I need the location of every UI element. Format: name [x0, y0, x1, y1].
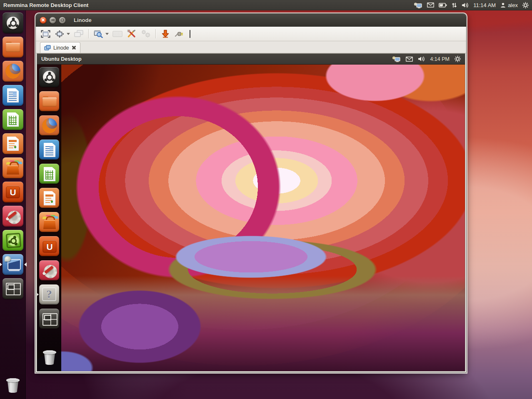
window-minimize-button[interactable] [49, 17, 56, 24]
host-launcher-item-remmina[interactable] [2, 254, 23, 275]
fullscreen-dropdown-icon[interactable] [67, 33, 70, 37]
ubuntu-software-center-icon [39, 212, 59, 232]
messages-menu[interactable] [406, 57, 413, 62]
remote-launcher-item-system-settings[interactable] [39, 260, 59, 280]
remote-desktop-indicator[interactable] [414, 2, 422, 8]
host-launcher-item-ubuntu-software-updater[interactable] [2, 230, 23, 251]
session-menu[interactable] [522, 2, 529, 8]
remote-launcher-item-ubuntu-one[interactable] [39, 236, 59, 256]
toolbar-separator [88, 29, 89, 38]
trash-icon [2, 375, 23, 396]
remote-launcher-item-help[interactable] [39, 284, 59, 304]
user-icon [500, 2, 506, 8]
remote-top-panel: Ubuntu Desktop [37, 54, 465, 65]
window-close-button[interactable] [40, 17, 47, 24]
host-launcher-item-trash[interactable] [2, 375, 23, 396]
username-label: alex [508, 2, 518, 8]
battery-menu[interactable] [439, 3, 447, 7]
ubuntu-software-center-icon [2, 157, 23, 178]
minimize-connection-icon [161, 30, 170, 38]
remote-launcher-item-libreoffice-impress[interactable] [39, 188, 59, 208]
host-launcher-item-firefox[interactable] [2, 61, 23, 82]
remote-launcher-item-ubuntu-software-center[interactable] [39, 212, 59, 232]
fit-window-button[interactable] [39, 28, 52, 40]
host-launcher-item-workspace-switcher[interactable] [2, 278, 23, 299]
remote-clock[interactable]: 4:14 PM [430, 56, 450, 62]
network-traffic-menu[interactable] [452, 2, 457, 8]
remote-launcher-item-libreoffice-calc[interactable] [39, 164, 59, 184]
remote-desktop-indicator[interactable] [392, 56, 401, 62]
host-launcher-item-ubuntu-software-center[interactable] [2, 157, 23, 178]
window-titlebar[interactable]: Linode [36, 14, 466, 27]
host-launcher-item-ubuntu-one[interactable] [2, 182, 23, 202]
host-clock[interactable]: 11:14 AM [473, 2, 496, 8]
home-folder-icon [2, 37, 23, 57]
settings-gears-button[interactable] [140, 28, 152, 40]
remote-launcher-item-home-folder[interactable] [39, 91, 59, 111]
firefox-icon [39, 115, 59, 135]
dash-home-icon [2, 12, 23, 33]
close-icon [41, 18, 45, 22]
messages-icon [427, 2, 434, 7]
host-launcher-item-home-folder[interactable] [2, 37, 23, 57]
sound-menu[interactable] [462, 2, 469, 8]
session-gear-icon [455, 56, 461, 62]
host-launcher-item-libreoffice-impress[interactable] [2, 133, 23, 154]
duplicate-connection-button[interactable] [72, 28, 85, 40]
sound-icon [462, 2, 469, 8]
workspace-switcher-icon [39, 309, 59, 329]
system-settings-icon [2, 206, 23, 227]
host-indicator-area: 11:14 AM alex [414, 2, 529, 8]
session-gear-icon [522, 2, 529, 8]
remote-launcher-item-libreoffice-writer[interactable] [39, 140, 59, 160]
system-settings-icon [39, 260, 59, 280]
remote-desktop-view[interactable]: Ubuntu Desktop [37, 53, 465, 372]
libreoffice-writer-icon [2, 85, 23, 106]
host-launcher [0, 10, 26, 399]
scaled-mode-dropdown-icon[interactable] [105, 33, 109, 37]
libreoffice-impress-icon [39, 188, 59, 208]
dash-home-icon [39, 67, 59, 87]
disconnect-button[interactable] [173, 28, 186, 40]
home-folder-icon [39, 91, 59, 111]
fit-window-icon [41, 30, 50, 38]
scaled-mode-button[interactable] [92, 28, 105, 40]
disconnect-icon [175, 30, 185, 38]
host-screen: Remmina Remote Desktop Client [0, 0, 532, 399]
sound-menu[interactable] [418, 56, 425, 62]
tab-label: Linode [53, 45, 69, 51]
network-traffic-icon [452, 2, 457, 8]
remote-launcher-item-workspace-switcher[interactable] [39, 309, 59, 329]
host-launcher-item-libreoffice-calc[interactable] [2, 109, 23, 130]
remote-session-menu[interactable] [455, 56, 461, 62]
remote-launcher-item-trash[interactable] [39, 347, 59, 367]
grab-keyboard-button[interactable] [111, 28, 124, 40]
remmina-icon [2, 254, 23, 275]
tools-button[interactable] [125, 28, 138, 40]
settings-gears-icon [141, 30, 151, 38]
host-launcher-item-dash-home[interactable] [2, 12, 23, 33]
host-top-panel: Remmina Remote Desktop Client [0, 0, 532, 10]
remote-launcher-item-firefox[interactable] [39, 115, 59, 135]
trash-icon [39, 347, 59, 367]
scaled-mode-icon [94, 30, 103, 38]
host-launcher-item-system-settings[interactable] [2, 206, 23, 227]
remote-indicator-area: 4:14 PM [392, 56, 461, 62]
minimize-connection-button[interactable] [159, 28, 172, 40]
remmina-window: Linode [35, 13, 467, 373]
tab-bar: Linode [36, 41, 466, 53]
host-launcher-item-libreoffice-writer[interactable] [2, 85, 23, 106]
tab-close-icon[interactable] [72, 45, 76, 50]
user-menu[interactable]: alex [500, 2, 518, 8]
sound-icon [418, 56, 425, 62]
fullscreen-button[interactable] [53, 28, 66, 40]
messages-menu[interactable] [427, 2, 434, 7]
workspace-switcher-icon [2, 278, 23, 299]
remote-launcher-item-dash-home[interactable] [39, 67, 59, 87]
remmina-toolbar [36, 27, 466, 41]
tab-linode[interactable]: Linode [40, 42, 80, 53]
messages-icon [406, 57, 413, 62]
toolbar-separator [155, 29, 156, 38]
window-maximize-button[interactable] [59, 17, 66, 24]
toolbar-caret [190, 30, 190, 38]
